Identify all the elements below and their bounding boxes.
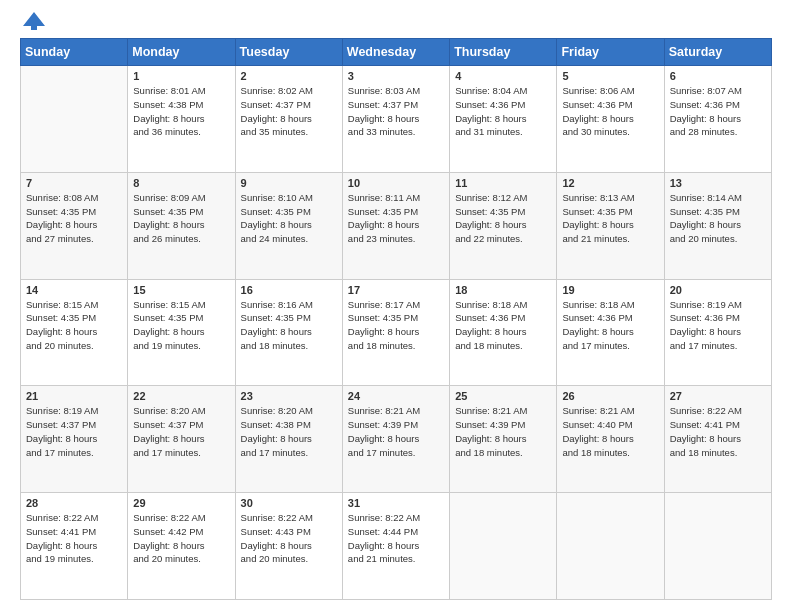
calendar-cell: 5Sunrise: 8:06 AMSunset: 4:36 PMDaylight… xyxy=(557,66,664,173)
day-number: 25 xyxy=(455,390,551,402)
calendar-cell: 9Sunrise: 8:10 AMSunset: 4:35 PMDaylight… xyxy=(235,172,342,279)
cell-content: Sunrise: 8:15 AMSunset: 4:35 PMDaylight:… xyxy=(26,298,122,353)
cell-content: Sunrise: 8:11 AMSunset: 4:35 PMDaylight:… xyxy=(348,191,444,246)
cell-content: Sunrise: 8:22 AMSunset: 4:43 PMDaylight:… xyxy=(241,511,337,566)
cell-content: Sunrise: 8:21 AMSunset: 4:40 PMDaylight:… xyxy=(562,404,658,459)
cell-content: Sunrise: 8:13 AMSunset: 4:35 PMDaylight:… xyxy=(562,191,658,246)
calendar-cell: 18Sunrise: 8:18 AMSunset: 4:36 PMDayligh… xyxy=(450,279,557,386)
cell-content: Sunrise: 8:09 AMSunset: 4:35 PMDaylight:… xyxy=(133,191,229,246)
day-number: 6 xyxy=(670,70,766,82)
cell-content: Sunrise: 8:02 AMSunset: 4:37 PMDaylight:… xyxy=(241,84,337,139)
day-number: 9 xyxy=(241,177,337,189)
cell-content: Sunrise: 8:19 AMSunset: 4:37 PMDaylight:… xyxy=(26,404,122,459)
day-number: 15 xyxy=(133,284,229,296)
day-header-friday: Friday xyxy=(557,39,664,66)
week-row-3: 14Sunrise: 8:15 AMSunset: 4:35 PMDayligh… xyxy=(21,279,772,386)
calendar-cell: 23Sunrise: 8:20 AMSunset: 4:38 PMDayligh… xyxy=(235,386,342,493)
calendar-cell: 19Sunrise: 8:18 AMSunset: 4:36 PMDayligh… xyxy=(557,279,664,386)
calendar-cell: 8Sunrise: 8:09 AMSunset: 4:35 PMDaylight… xyxy=(128,172,235,279)
cell-content: Sunrise: 8:10 AMSunset: 4:35 PMDaylight:… xyxy=(241,191,337,246)
day-number: 30 xyxy=(241,497,337,509)
cell-content: Sunrise: 8:20 AMSunset: 4:37 PMDaylight:… xyxy=(133,404,229,459)
week-row-1: 1Sunrise: 8:01 AMSunset: 4:38 PMDaylight… xyxy=(21,66,772,173)
day-number: 28 xyxy=(26,497,122,509)
calendar-cell: 1Sunrise: 8:01 AMSunset: 4:38 PMDaylight… xyxy=(128,66,235,173)
cell-content: Sunrise: 8:04 AMSunset: 4:36 PMDaylight:… xyxy=(455,84,551,139)
day-number: 12 xyxy=(562,177,658,189)
week-row-5: 28Sunrise: 8:22 AMSunset: 4:41 PMDayligh… xyxy=(21,493,772,600)
day-header-saturday: Saturday xyxy=(664,39,771,66)
day-number: 7 xyxy=(26,177,122,189)
cell-content: Sunrise: 8:12 AMSunset: 4:35 PMDaylight:… xyxy=(455,191,551,246)
cell-content: Sunrise: 8:03 AMSunset: 4:37 PMDaylight:… xyxy=(348,84,444,139)
calendar-cell: 27Sunrise: 8:22 AMSunset: 4:41 PMDayligh… xyxy=(664,386,771,493)
calendar-cell: 13Sunrise: 8:14 AMSunset: 4:35 PMDayligh… xyxy=(664,172,771,279)
calendar-cell xyxy=(450,493,557,600)
day-header-wednesday: Wednesday xyxy=(342,39,449,66)
day-header-tuesday: Tuesday xyxy=(235,39,342,66)
calendar-cell: 20Sunrise: 8:19 AMSunset: 4:36 PMDayligh… xyxy=(664,279,771,386)
day-number: 16 xyxy=(241,284,337,296)
calendar-cell: 14Sunrise: 8:15 AMSunset: 4:35 PMDayligh… xyxy=(21,279,128,386)
calendar-cell: 25Sunrise: 8:21 AMSunset: 4:39 PMDayligh… xyxy=(450,386,557,493)
calendar-cell xyxy=(21,66,128,173)
calendar-cell: 15Sunrise: 8:15 AMSunset: 4:35 PMDayligh… xyxy=(128,279,235,386)
day-header-thursday: Thursday xyxy=(450,39,557,66)
day-number: 14 xyxy=(26,284,122,296)
calendar-cell: 22Sunrise: 8:20 AMSunset: 4:37 PMDayligh… xyxy=(128,386,235,493)
cell-content: Sunrise: 8:08 AMSunset: 4:35 PMDaylight:… xyxy=(26,191,122,246)
day-number: 1 xyxy=(133,70,229,82)
cell-content: Sunrise: 8:22 AMSunset: 4:44 PMDaylight:… xyxy=(348,511,444,566)
calendar-cell: 28Sunrise: 8:22 AMSunset: 4:41 PMDayligh… xyxy=(21,493,128,600)
week-row-4: 21Sunrise: 8:19 AMSunset: 4:37 PMDayligh… xyxy=(21,386,772,493)
calendar-cell: 12Sunrise: 8:13 AMSunset: 4:35 PMDayligh… xyxy=(557,172,664,279)
calendar-cell: 6Sunrise: 8:07 AMSunset: 4:36 PMDaylight… xyxy=(664,66,771,173)
day-number: 27 xyxy=(670,390,766,402)
day-number: 24 xyxy=(348,390,444,402)
day-number: 17 xyxy=(348,284,444,296)
day-number: 22 xyxy=(133,390,229,402)
page: SundayMondayTuesdayWednesdayThursdayFrid… xyxy=(0,0,792,612)
day-number: 10 xyxy=(348,177,444,189)
day-number: 21 xyxy=(26,390,122,402)
day-number: 4 xyxy=(455,70,551,82)
cell-content: Sunrise: 8:21 AMSunset: 4:39 PMDaylight:… xyxy=(348,404,444,459)
day-number: 23 xyxy=(241,390,337,402)
day-number: 20 xyxy=(670,284,766,296)
day-number: 3 xyxy=(348,70,444,82)
cell-content: Sunrise: 8:22 AMSunset: 4:41 PMDaylight:… xyxy=(670,404,766,459)
calendar-cell: 17Sunrise: 8:17 AMSunset: 4:35 PMDayligh… xyxy=(342,279,449,386)
day-number: 2 xyxy=(241,70,337,82)
cell-content: Sunrise: 8:15 AMSunset: 4:35 PMDaylight:… xyxy=(133,298,229,353)
cell-content: Sunrise: 8:17 AMSunset: 4:35 PMDaylight:… xyxy=(348,298,444,353)
calendar-cell: 16Sunrise: 8:16 AMSunset: 4:35 PMDayligh… xyxy=(235,279,342,386)
cell-content: Sunrise: 8:20 AMSunset: 4:38 PMDaylight:… xyxy=(241,404,337,459)
day-number: 19 xyxy=(562,284,658,296)
calendar-cell: 10Sunrise: 8:11 AMSunset: 4:35 PMDayligh… xyxy=(342,172,449,279)
calendar-cell: 2Sunrise: 8:02 AMSunset: 4:37 PMDaylight… xyxy=(235,66,342,173)
calendar-cell: 11Sunrise: 8:12 AMSunset: 4:35 PMDayligh… xyxy=(450,172,557,279)
logo xyxy=(20,18,45,30)
cell-content: Sunrise: 8:18 AMSunset: 4:36 PMDaylight:… xyxy=(562,298,658,353)
day-number: 26 xyxy=(562,390,658,402)
day-header-monday: Monday xyxy=(128,39,235,66)
calendar-cell: 21Sunrise: 8:19 AMSunset: 4:37 PMDayligh… xyxy=(21,386,128,493)
logo-icon xyxy=(23,12,45,30)
calendar-cell: 26Sunrise: 8:21 AMSunset: 4:40 PMDayligh… xyxy=(557,386,664,493)
calendar-cell: 7Sunrise: 8:08 AMSunset: 4:35 PMDaylight… xyxy=(21,172,128,279)
cell-content: Sunrise: 8:01 AMSunset: 4:38 PMDaylight:… xyxy=(133,84,229,139)
day-number: 31 xyxy=(348,497,444,509)
cell-content: Sunrise: 8:18 AMSunset: 4:36 PMDaylight:… xyxy=(455,298,551,353)
calendar-cell xyxy=(664,493,771,600)
cell-content: Sunrise: 8:22 AMSunset: 4:42 PMDaylight:… xyxy=(133,511,229,566)
calendar-cell: 3Sunrise: 8:03 AMSunset: 4:37 PMDaylight… xyxy=(342,66,449,173)
calendar-cell: 29Sunrise: 8:22 AMSunset: 4:42 PMDayligh… xyxy=(128,493,235,600)
day-header-sunday: Sunday xyxy=(21,39,128,66)
day-number: 29 xyxy=(133,497,229,509)
day-number: 11 xyxy=(455,177,551,189)
cell-content: Sunrise: 8:21 AMSunset: 4:39 PMDaylight:… xyxy=(455,404,551,459)
cell-content: Sunrise: 8:19 AMSunset: 4:36 PMDaylight:… xyxy=(670,298,766,353)
calendar-cell xyxy=(557,493,664,600)
calendar-table: SundayMondayTuesdayWednesdayThursdayFrid… xyxy=(20,38,772,600)
cell-content: Sunrise: 8:07 AMSunset: 4:36 PMDaylight:… xyxy=(670,84,766,139)
